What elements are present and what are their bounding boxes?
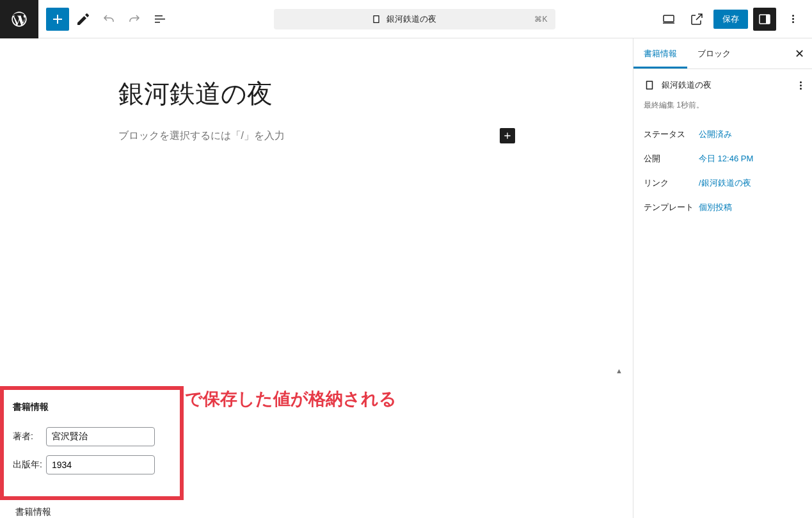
status-row: ステータス 公開済み [644, 122, 802, 147]
save-button[interactable]: 保存 [713, 10, 748, 29]
sidebar-doc-actions[interactable] [800, 81, 802, 90]
redo-icon [127, 12, 142, 27]
sidebar-tabs: 書籍情報 ブロック ✕ [633, 38, 812, 69]
book-info-metabox: 書籍情報 著者: 出版年: [0, 386, 184, 500]
view-button[interactable] [657, 8, 680, 31]
plus-icon [502, 131, 513, 141]
undo-button[interactable] [97, 8, 120, 31]
year-input[interactable] [46, 455, 155, 474]
template-value[interactable]: 個別投稿 [699, 202, 732, 213]
tab-book-info[interactable]: 書籍情報 [633, 39, 687, 69]
toolbar-left [38, 8, 171, 31]
edit-mode-button[interactable] [72, 8, 95, 31]
redo-button[interactable] [123, 8, 146, 31]
last-edit-text: 最終編集 1秒前。 [644, 97, 802, 122]
list-icon [152, 12, 168, 27]
editor-canvas: 銀河鉄道の夜 ブロックを選択するには「/」を入力 save_post フックで保… [0, 38, 633, 518]
wordpress-icon [10, 10, 28, 28]
close-sidebar-button[interactable]: ✕ [786, 47, 812, 61]
author-label: 著者: [13, 431, 42, 442]
sidebar-doc-title: 銀河鉄道の夜 [662, 79, 712, 91]
template-row: テンプレート 個別投稿 [644, 195, 802, 220]
svg-rect-6 [647, 82, 652, 89]
wordpress-logo[interactable] [0, 0, 38, 38]
status-label: ステータス [644, 129, 699, 140]
svg-rect-2 [664, 15, 674, 22]
settings-sidebar: 書籍情報 ブロック ✕ 銀河鉄道の夜 最終編集 1秒前。 ステータス 公開済み … [633, 38, 812, 518]
inline-add-button[interactable] [500, 128, 515, 143]
publish-label: 公開 [644, 153, 699, 165]
page-icon [644, 79, 655, 91]
link-label: リンク [644, 177, 699, 189]
document-overview-button[interactable] [148, 8, 171, 31]
block-prompt-text: ブロックを選択するには「/」を入力 [118, 129, 285, 143]
pencil-icon [76, 12, 91, 27]
page-icon [371, 14, 381, 24]
year-label: 出版年: [13, 459, 42, 471]
metabox-footer-label: 書籍情報 [0, 500, 633, 518]
status-value[interactable]: 公開済み [699, 129, 732, 140]
settings-sidebar-toggle[interactable] [753, 8, 776, 31]
metabox-collapse-toggle[interactable]: ▲ [616, 367, 623, 375]
plus-icon [50, 12, 65, 27]
more-options-button[interactable] [781, 8, 804, 31]
main-area: 銀河鉄道の夜 ブロックを選択するには「/」を入力 save_post フックで保… [0, 38, 812, 518]
sidebar-body: 銀河鉄道の夜 最終編集 1秒前。 ステータス 公開済み 公開 今日 12:46 … [633, 69, 812, 230]
metabox-title: 書籍情報 [13, 401, 171, 413]
sidebar-document-row: 銀河鉄道の夜 [644, 79, 802, 97]
external-icon [689, 12, 705, 27]
svg-rect-1 [374, 16, 379, 22]
publish-row: 公開 今日 12:46 PM [644, 147, 802, 171]
dots-vertical-icon [792, 15, 794, 23]
tab-block[interactable]: ブロック [687, 39, 741, 69]
preview-external-button[interactable] [685, 8, 708, 31]
block-prompt[interactable]: ブロックを選択するには「/」を入力 [118, 128, 515, 143]
metabox-area: ▲ 書籍情報 著者: 出版年: 書籍情報 [0, 386, 633, 518]
post-title[interactable]: 銀河鉄道の夜 [118, 77, 515, 110]
toolbar-right: 保存 [657, 8, 812, 31]
undo-icon [101, 12, 116, 27]
sidebar-icon [757, 12, 772, 27]
top-toolbar: 銀河鉄道の夜 ⌘K 保存 [0, 0, 812, 38]
desktop-icon [661, 12, 676, 27]
document-bar[interactable]: 銀河鉄道の夜 ⌘K [274, 9, 555, 29]
add-block-button[interactable] [46, 8, 69, 31]
toolbar-center: 銀河鉄道の夜 ⌘K [171, 9, 657, 29]
publish-value[interactable]: 今日 12:46 PM [699, 153, 753, 165]
shortcut-hint: ⌘K [534, 15, 547, 24]
author-input[interactable] [46, 427, 155, 446]
template-label: テンプレート [644, 202, 699, 213]
svg-rect-4 [766, 15, 770, 24]
link-value[interactable]: /銀河鉄道の夜 [699, 177, 751, 189]
link-row: リンク /銀河鉄道の夜 [644, 171, 802, 195]
document-title: 銀河鉄道の夜 [386, 13, 436, 25]
